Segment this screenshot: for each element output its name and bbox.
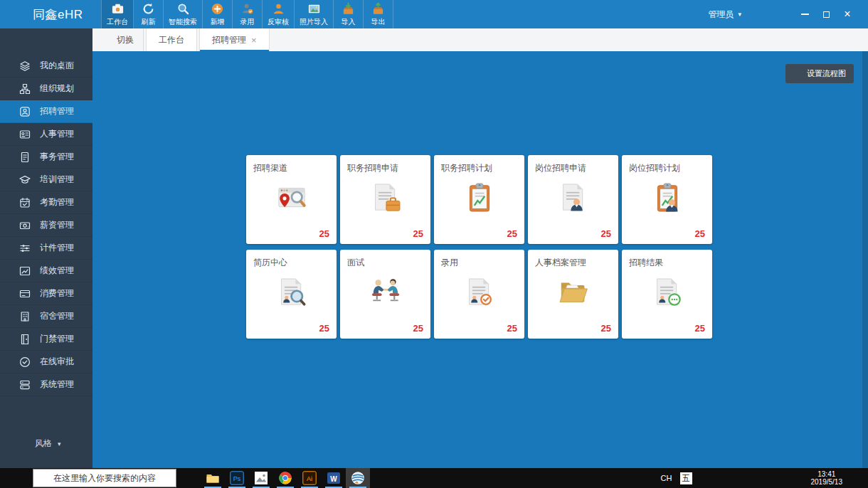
toolbar-button-label: 照片导入	[300, 17, 328, 27]
sidebar-item-label: 门禁管理	[40, 333, 74, 345]
avatar	[687, 6, 704, 23]
person-icon	[272, 2, 285, 16]
card-duty-plan[interactable]: 职务招聘计划25	[434, 155, 524, 244]
taskbar-apps: PsAiW	[201, 468, 370, 488]
taskbar-app-photoshop[interactable]: Ps	[225, 468, 249, 488]
file-explorer-icon	[206, 471, 220, 485]
toolbar-button-import[interactable]: 导入	[334, 0, 364, 28]
toolbar-button-smart-search[interactable]: 智能搜索	[164, 0, 203, 28]
taskbar-app-illustrator[interactable]: Ai	[297, 468, 322, 488]
sidebar-item-performance[interactable]: 绩效管理	[0, 260, 92, 282]
tray-app-pink-icon[interactable]	[756, 473, 766, 484]
sidebar-item-label: 薪资管理	[40, 219, 74, 231]
sidebar-item-desktop[interactable]: 我的桌面	[0, 55, 92, 78]
sidebar-item-piecework[interactable]: 计件管理	[0, 237, 92, 260]
toolbar-button-label: 反审核	[268, 17, 289, 27]
set-flowchart-button[interactable]: 设置流程图	[785, 64, 854, 83]
ime-mode-icon[interactable]: 五	[680, 472, 692, 484]
card-recruit-channel[interactable]: 招聘渠道25	[246, 155, 337, 244]
vertical-scrollbar[interactable]	[862, 51, 868, 468]
search-icon	[176, 2, 190, 16]
close-button[interactable]: ×	[837, 4, 858, 24]
maximize-button[interactable]	[815, 4, 837, 24]
export-icon	[371, 2, 385, 16]
start-button[interactable]	[0, 468, 33, 488]
toolbar-button-label: 智能搜索	[169, 17, 197, 27]
action-center-icon[interactable]	[850, 473, 861, 484]
toolbar-button-label: 导出	[371, 17, 386, 27]
card-count: 25	[507, 323, 517, 334]
app-title: 同鑫eHR	[33, 6, 83, 23]
switch-button[interactable]: 切换	[92, 28, 144, 51]
tray-app-green-icon[interactable]	[737, 473, 748, 484]
sidebar-item-training[interactable]: 培训管理	[0, 169, 92, 191]
tab-recruit[interactable]: 招聘管理×	[199, 28, 270, 51]
toolbar-button-add[interactable]: 新增	[203, 0, 233, 28]
maximize-icon	[823, 11, 830, 18]
cards-grid: 招聘渠道25职务招聘申请25职务招聘计划25岗位招聘申请25岗位招聘计划25简历…	[246, 155, 717, 339]
network-icon[interactable]	[774, 473, 785, 484]
svg-text:Ai: Ai	[307, 475, 312, 482]
sidebar-item-affairs[interactable]: 事务管理	[0, 146, 92, 169]
topbar: 同鑫eHR 工作台刷新智能搜索新增录用反审核照片导入导入导出 管理员 ▾ ×	[0, 0, 868, 28]
search-input[interactable]	[53, 473, 157, 483]
photo-icon	[307, 2, 321, 16]
sliders-icon	[19, 243, 31, 254]
sidebar-item-label: 人事管理	[40, 128, 74, 140]
card-post-apply[interactable]: 岗位招聘申请25	[528, 155, 618, 244]
taskbar-app-word[interactable]: W	[322, 468, 346, 488]
help-icon[interactable]	[757, 8, 770, 21]
card-resume-center[interactable]: 简历中心25	[246, 250, 337, 339]
tab-close-icon[interactable]: ×	[251, 35, 257, 46]
toolbar-button-hire[interactable]: 录用	[233, 0, 263, 28]
sidebar-item-label: 我的桌面	[40, 60, 74, 72]
toolbar-button-export[interactable]: 导出	[364, 0, 393, 28]
sidebar-item-approval[interactable]: 在线审批	[0, 351, 92, 373]
card-interview[interactable]: 面试25	[340, 250, 430, 339]
system-tray: CH 五 13:41 2019/5/13	[661, 470, 868, 487]
microphone-icon[interactable]	[161, 473, 171, 483]
topbar-toolbar: 工作台刷新智能搜索新增录用反审核照片导入导入导出	[101, 0, 393, 28]
tab-workbench[interactable]: 工作台	[146, 28, 197, 51]
toolbar-button-workbench[interactable]: 工作台	[101, 0, 134, 28]
clock-time: 13:41	[811, 470, 843, 479]
toolbar-button-refresh[interactable]: 刷新	[134, 0, 164, 28]
sidebar-item-personnel[interactable]: 人事管理	[0, 123, 92, 146]
clipboard-chart-icon	[459, 177, 500, 218]
clock[interactable]: 13:41 2019/5/13	[811, 470, 843, 487]
taskbar-app-file-explorer[interactable]	[201, 468, 225, 488]
sidebar-item-system[interactable]: 系统管理	[0, 373, 92, 396]
minimize-button[interactable]	[794, 4, 815, 24]
sidebar-item-org[interactable]: 组织规划	[0, 78, 92, 100]
card-personnel-archives[interactable]: 人事档案管理25	[528, 250, 618, 339]
card-recruit-result[interactable]: 招聘结果25	[622, 250, 712, 339]
sidebar-item-dormitory[interactable]: 宿舍管理	[0, 305, 92, 328]
sidebar-item-salary[interactable]: 薪资管理	[0, 214, 92, 237]
task-view-button[interactable]	[176, 468, 201, 488]
user-menu[interactable]: 管理员 ▾	[687, 6, 741, 23]
card-duty-apply[interactable]: 职务招聘申请25	[340, 155, 430, 244]
sidebar-item-consumption[interactable]: 消费管理	[0, 282, 92, 305]
chevron-up-icon[interactable]	[719, 473, 729, 484]
card-post-plan[interactable]: 岗位招聘计划25	[622, 155, 712, 244]
sidebar-item-attendance[interactable]: 考勤管理	[0, 191, 92, 214]
style-switcher[interactable]: 风格 ▾	[19, 437, 61, 450]
taskbar-search[interactable]	[33, 469, 176, 487]
taskbar-app-chrome[interactable]	[273, 468, 297, 488]
toolbar-button-photo-import[interactable]: 照片导入	[295, 0, 334, 28]
card-title: 招聘渠道	[246, 155, 337, 174]
sidebar-item-access[interactable]: 门禁管理	[0, 328, 92, 351]
toolbar-button-unaudit[interactable]: 反审核	[263, 0, 295, 28]
speaker-icon[interactable]	[793, 473, 803, 484]
taskbar-app-photos[interactable]	[249, 468, 273, 488]
input-language-indicator[interactable]: CH	[661, 474, 672, 482]
toolbar-button-label: 工作台	[107, 17, 128, 27]
taskbar-app-ehr[interactable]	[346, 468, 370, 488]
doc-briefcase-icon	[365, 177, 406, 218]
card-count: 25	[319, 228, 329, 239]
people-icon[interactable]	[700, 473, 711, 484]
card-hire[interactable]: 录用25	[434, 250, 524, 339]
card-count: 25	[507, 228, 517, 239]
sidebar-item-recruit[interactable]: 招聘管理	[0, 100, 92, 123]
task-view-icon	[181, 471, 196, 485]
